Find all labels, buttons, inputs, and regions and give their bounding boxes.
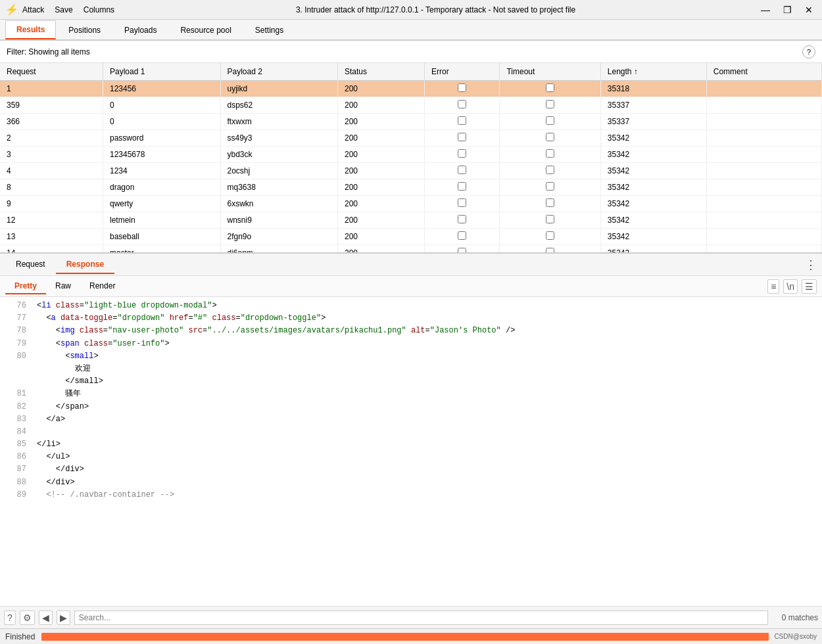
view-tab-bar: Pretty Raw Render ≡ \n ☰: [0, 276, 822, 297]
tab-render[interactable]: Render: [80, 279, 124, 294]
tab-pretty[interactable]: Pretty: [5, 279, 46, 294]
main-tab-bar: Results Positions Payloads Resource pool…: [0, 20, 822, 41]
minimize-button[interactable]: —: [757, 3, 774, 16]
close-button[interactable]: ✕: [801, 3, 817, 16]
view-icons: ≡ \n ☰: [767, 279, 817, 294]
code-line: 80 <small>: [0, 350, 822, 363]
tab-positions[interactable]: Positions: [57, 21, 112, 39]
tab-resource-pool[interactable]: Resource pool: [169, 21, 242, 39]
code-line: 81 骚年: [0, 388, 822, 400]
col-length[interactable]: Length ↑: [600, 63, 706, 81]
filter-bar: Filter: Showing all items ?: [0, 41, 822, 63]
newline-button[interactable]: \n: [783, 279, 798, 294]
bottom-panel: Request Response ⋮ Pretty Raw Render ≡ \…: [0, 254, 822, 628]
settings-search-button[interactable]: ⚙: [20, 610, 35, 625]
menu-bar: Attack Save Columns: [22, 5, 114, 14]
menu-save[interactable]: Save: [55, 5, 72, 14]
results-table: Request Payload 1 Payload 2 Status Error…: [0, 63, 822, 254]
tab-request[interactable]: Request: [5, 256, 56, 274]
more-button[interactable]: ☰: [802, 279, 817, 294]
code-line: 78 <img class="nav-user-photo" src="../.…: [0, 325, 822, 337]
tab-response[interactable]: Response: [56, 256, 114, 274]
menu-attack[interactable]: Attack: [22, 5, 44, 14]
status-text: Finished: [5, 632, 35, 641]
col-request[interactable]: Request: [0, 63, 103, 81]
table-row[interactable]: 8dragonmq363820035342: [0, 179, 822, 196]
more-options-button[interactable]: ⋮: [805, 258, 817, 272]
tab-raw[interactable]: Raw: [46, 279, 80, 294]
table-row[interactable]: 412342ocshj20035342: [0, 163, 822, 179]
col-timeout[interactable]: Timeout: [500, 63, 600, 81]
code-line: 84: [0, 426, 822, 438]
table-row[interactable]: 2passwordss49y320035342: [0, 130, 822, 147]
results-table-container: Request Payload 1 Payload 2 Status Error…: [0, 63, 822, 254]
table-row[interactable]: 3590dsps6220035337: [0, 97, 822, 114]
help-search-button[interactable]: ?: [4, 610, 16, 625]
col-payload1[interactable]: Payload 1: [103, 63, 220, 81]
code-line: 欢迎: [0, 363, 822, 375]
word-wrap-button[interactable]: ≡: [767, 279, 779, 294]
next-button[interactable]: ▶: [57, 610, 70, 625]
table-header-row: Request Payload 1 Payload 2 Status Error…: [0, 63, 822, 81]
app-icon: ⚡: [5, 3, 18, 16]
code-line: 85</li>: [0, 438, 822, 451]
table-row[interactable]: 9qwerty6xswkn20035342: [0, 196, 822, 212]
code-line: 76<li class="light-blue dropdown-modal">: [0, 300, 822, 312]
table-row[interactable]: 12letmeinwnsni920035342: [0, 212, 822, 229]
response-tab-bar: Request Response ⋮: [0, 254, 822, 276]
status-watermark: CSDN@sxoby: [774, 633, 817, 640]
code-view: 76<li class="light-blue dropdown-modal">…: [0, 297, 822, 606]
col-payload2[interactable]: Payload 2: [220, 63, 337, 81]
code-line: 88 </div>: [0, 476, 822, 489]
response-tabs: Request Response: [5, 256, 114, 274]
col-status[interactable]: Status: [337, 63, 424, 81]
progress-bar: [41, 633, 769, 641]
restore-button[interactable]: ❐: [779, 3, 796, 16]
code-line: 89 <!-- /.navbar-container -->: [0, 489, 822, 501]
code-line: </small>: [0, 375, 822, 388]
tab-payloads[interactable]: Payloads: [113, 21, 168, 39]
code-line: 77 <a data-toggle="dropdown" href="#" cl…: [0, 312, 822, 325]
col-error[interactable]: Error: [425, 63, 500, 81]
tab-results[interactable]: Results: [5, 20, 56, 39]
code-line: 82 </span>: [0, 401, 822, 413]
table-row[interactable]: 14masterdi6onm20035342: [0, 245, 822, 254]
search-bar: ? ⚙ ◀ ▶ 0 matches: [0, 606, 822, 628]
search-input[interactable]: [74, 610, 768, 625]
menu-columns[interactable]: Columns: [84, 5, 114, 14]
search-matches: 0 matches: [772, 613, 818, 622]
filter-text: Filter: Showing all items: [7, 47, 90, 57]
code-line: 83 </a>: [0, 413, 822, 426]
code-line: 86 </ul>: [0, 451, 822, 463]
col-comment[interactable]: Comment: [706, 63, 821, 81]
window-title: 3. Intruder attack of http://127.0.0.1 -…: [114, 5, 757, 14]
code-line: 79 <span class="user-info">: [0, 338, 822, 350]
table-row[interactable]: 1123456uyjikd20035318: [0, 81, 822, 97]
code-line: 87 </div>: [0, 463, 822, 476]
status-bar: Finished CSDN@sxoby: [0, 628, 822, 644]
table-row[interactable]: 13baseball2fgn9o20035342: [0, 229, 822, 245]
help-button[interactable]: ?: [802, 45, 815, 58]
view-tabs: Pretty Raw Render: [5, 279, 124, 294]
table-row[interactable]: 3660ftxwxm20035337: [0, 114, 822, 130]
tab-settings[interactable]: Settings: [244, 21, 295, 39]
table-row[interactable]: 312345678ybd3ck20035342: [0, 147, 822, 163]
title-bar: ⚡ Attack Save Columns 3. Intruder attack…: [0, 0, 822, 20]
window-controls: — ❐ ✕: [757, 3, 817, 16]
prev-button[interactable]: ◀: [39, 610, 53, 625]
table-body: 1123456uyjikd200353183590dsps62200353373…: [0, 81, 822, 254]
